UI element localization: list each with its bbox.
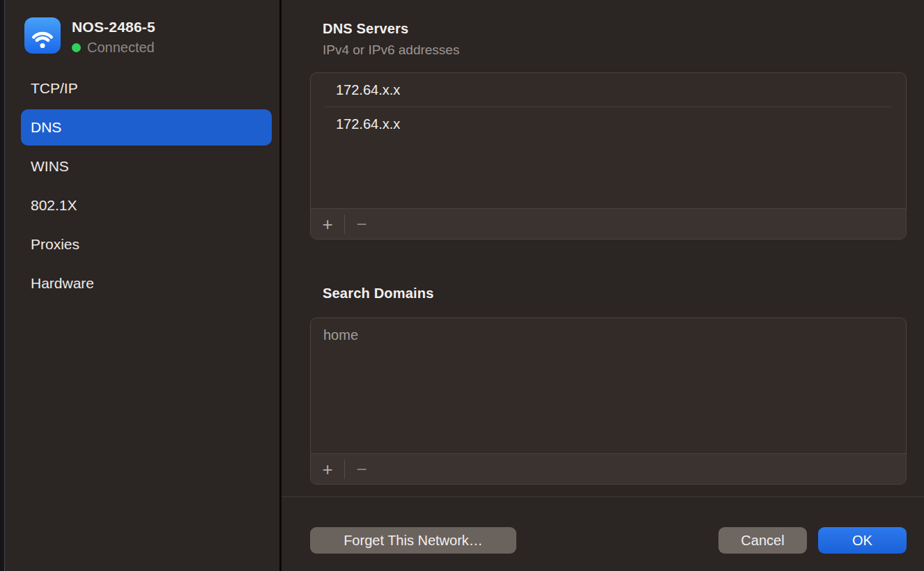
- search-domains-footer: + −: [311, 453, 906, 484]
- dns-pane: DNS Servers IPv4 or IPv6 addresses 172.6…: [282, 0, 924, 571]
- network-details-sheet: NOS-2486-5 Connected TCP/IP DNS WINS 802…: [0, 0, 924, 571]
- search-domains-title: Search Domains: [323, 286, 434, 302]
- sidebar-item-hardware[interactable]: Hardware: [21, 265, 272, 302]
- dns-server-entry[interactable]: 172.64.x.x: [311, 73, 906, 107]
- dns-servers-rows: 172.64.x.x 172.64.x.x: [311, 73, 906, 208]
- footer-divider: [282, 496, 924, 497]
- network-status-label: Connected: [87, 40, 155, 56]
- dns-servers-title: DNS Servers: [323, 21, 408, 37]
- sidebar-item-tcpip[interactable]: TCP/IP: [21, 70, 272, 107]
- dns-add-button[interactable]: +: [311, 209, 344, 240]
- search-domain-entry[interactable]: home: [311, 318, 906, 352]
- sidebar-item-wins[interactable]: WINS: [21, 148, 272, 185]
- network-status: Connected: [72, 40, 155, 56]
- cancel-button[interactable]: Cancel: [718, 527, 807, 554]
- search-domains-rows: home: [311, 318, 906, 453]
- search-domains-list: home + −: [310, 318, 907, 485]
- connected-status-dot-icon: [72, 43, 81, 52]
- background-window-edge: [0, 0, 5, 571]
- sidebar-item-dns[interactable]: DNS: [21, 109, 272, 146]
- sidebar-item-proxies[interactable]: Proxies: [21, 226, 272, 263]
- sidebar-item-8021x[interactable]: 802.1X: [21, 187, 272, 224]
- sidebar: NOS-2486-5 Connected TCP/IP DNS WINS 802…: [6, 0, 279, 571]
- wifi-icon: [24, 17, 61, 54]
- dns-server-entry[interactable]: 172.64.x.x: [311, 107, 906, 141]
- dns-remove-button[interactable]: −: [345, 209, 378, 240]
- sidebar-menu: TCP/IP DNS WINS 802.1X Proxies Hardware: [21, 70, 272, 304]
- forget-network-button[interactable]: Forget This Network…: [310, 527, 516, 554]
- search-domain-add-button[interactable]: +: [311, 454, 344, 485]
- dns-servers-footer: + −: [311, 208, 906, 239]
- search-domain-remove-button[interactable]: −: [345, 454, 378, 485]
- network-name: NOS-2486-5: [72, 19, 155, 36]
- ok-button[interactable]: OK: [818, 527, 907, 554]
- dns-servers-list: 172.64.x.x 172.64.x.x + −: [310, 72, 907, 240]
- dns-servers-subtitle: IPv4 or IPv6 addresses: [323, 42, 459, 58]
